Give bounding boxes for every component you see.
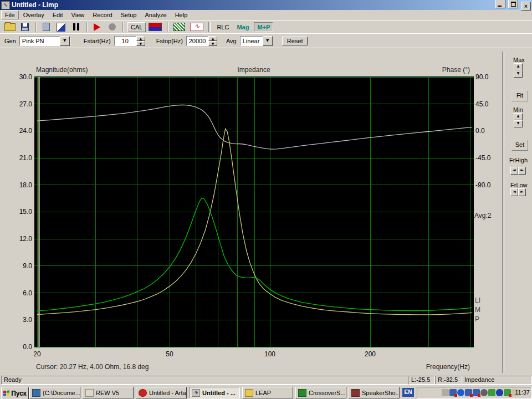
menu-help[interactable]: Help [171,11,192,19]
taskbar-button-arta[interactable]: Untitled - Arta [136,387,187,398]
color-scheme-button[interactable] [148,22,162,32]
magnitude-phase-view-button[interactable]: M+P [254,22,273,32]
generator-select[interactable]: Pink PN ▼ [19,36,70,46]
removable-device-icon[interactable] [488,389,495,396]
lan-status-icon[interactable] [504,389,511,396]
menu-setup[interactable]: Setup [117,11,141,19]
copy-button[interactable] [40,22,52,32]
rlc-button[interactable]: RLC [214,23,232,32]
fstart-input[interactable] [114,36,136,46]
close-button[interactable]: × [521,2,531,11]
fstart-spinner[interactable]: ▲▼ [136,36,145,46]
menu-overlay[interactable]: Overlay [19,11,48,19]
sidebar-tray-icon[interactable] [442,389,449,396]
status-left-level: L:-25.5 [408,376,435,385]
mag-tick: 27.0 [19,100,32,108]
power-meter-icon[interactable] [457,389,464,396]
toolbar-separator [167,22,169,32]
network-disabled-icon[interactable] [449,389,457,396]
generator-button[interactable]: ∿ [190,22,204,32]
frlow-spinner[interactable]: ◄► [510,188,526,196]
toolbar-separator [35,22,37,32]
max-spinner[interactable]: ▲▼ [514,63,523,78]
bluetooth-icon[interactable] [496,389,503,396]
dropdown-arrow-icon[interactable]: ▼ [263,36,273,46]
network-disabled-icon[interactable] [473,389,480,396]
dropdown-arrow-icon[interactable]: ▼ [60,36,70,46]
windows-logo-icon [3,390,9,396]
volume-icon[interactable] [480,389,488,396]
spin-right-icon[interactable]: ► [518,188,526,196]
fstop-input[interactable] [186,36,208,46]
record-button[interactable] [106,22,117,32]
avg-value: Linear [241,38,263,44]
title-bar: ∿ Untitled - Limp × [0,0,532,10]
network-disabled-icon[interactable] [465,389,472,396]
spin-up-icon[interactable]: ▲ [208,36,217,41]
min-spinner[interactable]: ▲▼ [514,113,523,127]
fstop-label: Fstop(Hz) [156,38,183,44]
fit-button[interactable]: Fit [511,90,528,101]
frhigh-spinner[interactable]: ◄► [510,167,526,175]
restore-button[interactable] [508,0,518,8]
play-button[interactable] [91,22,103,32]
impedance-plot[interactable] [34,76,474,347]
floppy-disk-icon [21,23,29,31]
avg-select[interactable]: Linear ▼ [240,36,273,46]
spin-down-icon[interactable]: ▼ [514,120,523,127]
fstart-label: Fstart(Hz) [84,38,111,44]
fstop-spinner[interactable]: ▲▼ [208,36,217,46]
open-button[interactable] [4,22,16,32]
copy-icon [43,23,50,31]
spin-right-icon[interactable]: ► [518,167,526,175]
taskbar-button-limp-active[interactable]: ∿Untitled - ... [189,387,240,398]
menu-analyze[interactable]: Analyze [141,11,170,19]
start-button[interactable]: Пуск [1,387,29,399]
gain-setup-button[interactable] [55,22,66,32]
overlay-pattern-button[interactable] [172,22,186,32]
spin-down-icon[interactable]: ▼ [208,41,217,46]
taskbar-button-leap[interactable]: LEAP [242,387,293,398]
spin-left-icon[interactable]: ◄ [510,188,518,196]
avg-label: Avg [226,38,237,44]
freq-tick: 200 [365,350,376,358]
task-label: CrossoverS... [309,390,346,396]
taskbar-button-rew[interactable]: REW V5 [83,387,134,398]
minimize-button[interactable] [495,0,505,8]
mag-tick: 24.0 [19,127,32,135]
mag-tick: 30.0 [19,73,32,81]
taskbar-button-speakershop[interactable]: SpeakerSho... [349,387,400,398]
folder-icon [245,389,253,397]
menu-file[interactable]: File [1,11,19,19]
mag-tick: 21.0 [19,154,32,162]
window-title: Untitled - Limp [12,1,494,9]
spin-left-icon[interactable]: ◄ [510,167,518,175]
menu-view[interactable]: View [68,11,89,19]
pause-button[interactable] [70,22,81,32]
left-axis-title: Magnitude(ohms) [36,66,88,74]
magnitude-view-button[interactable]: Mag [234,23,252,32]
mag-tick: 18.0 [19,181,32,189]
start-label: Пуск [11,390,27,397]
mag-tick: 0.0 [23,343,32,351]
language-indicator[interactable]: EN [402,388,414,397]
calibrate-button[interactable]: CAL [127,22,146,32]
menu-record[interactable]: Record [89,11,116,19]
explorer-window-icon [32,389,40,397]
reset-button[interactable]: Reset [282,37,308,45]
taskbar-button-explorer[interactable]: {C:\Docume... [29,387,80,398]
spin-up-icon[interactable]: ▲ [514,113,523,120]
app-icon: ∿ [1,1,10,9]
speakershop-app-icon [351,389,360,397]
spin-down-icon[interactable]: ▼ [514,70,523,78]
spin-down-icon[interactable]: ▼ [136,41,145,46]
save-button[interactable] [19,22,30,32]
menu-edit[interactable]: Edit [49,11,67,19]
set-button[interactable]: Set [511,140,528,151]
spin-up-icon[interactable]: ▲ [514,63,523,70]
taskbar-button-crossover[interactable]: CrossoverS... [295,387,346,398]
max-label: Max [513,57,525,63]
spin-up-icon[interactable]: ▲ [136,36,145,41]
generator-toolbar: Gen Pink PN ▼ Fstart(Hz) ▲▼ Fstop(Hz) ▲▼… [0,33,532,48]
freq-tick: 20 [33,350,40,358]
